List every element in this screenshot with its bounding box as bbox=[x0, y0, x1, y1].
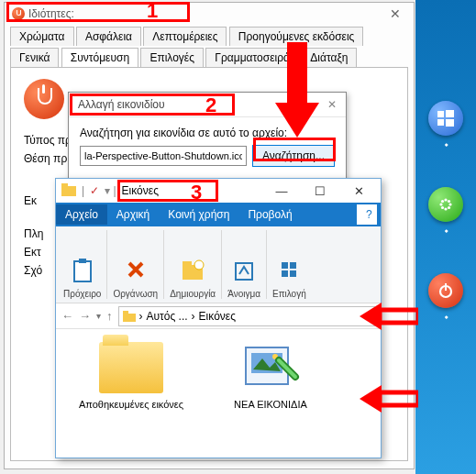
tab-details[interactable]: Λεπτομέρειες bbox=[143, 27, 227, 46]
explorer-window: | ✓ ▾ | Εικόνες — ☐ ✕ Αρχείο Αρχική Κοιν… bbox=[55, 178, 382, 458]
tab-options[interactable]: Επιλογές bbox=[140, 48, 204, 67]
qat-check-icon[interactable]: ✓ bbox=[90, 184, 99, 197]
svg-rect-25 bbox=[290, 270, 296, 277]
svg-point-11 bbox=[448, 206, 450, 209]
svg-rect-19 bbox=[183, 261, 192, 267]
svg-point-4 bbox=[439, 203, 442, 205]
properties-titlebar[interactable]: Ιδιότητες: ✕ bbox=[5, 3, 414, 25]
icon-file-input[interactable] bbox=[80, 146, 247, 166]
qat-separator: | bbox=[82, 184, 84, 197]
desktop-label: ⬥ bbox=[415, 226, 476, 235]
close-button[interactable]: ✕ bbox=[384, 6, 406, 21]
svg-rect-3 bbox=[446, 119, 454, 127]
close-button[interactable]: ✕ bbox=[342, 184, 375, 198]
menu-home[interactable]: Αρχική bbox=[107, 204, 159, 225]
tab-colors[interactable]: Χρώματα bbox=[10, 27, 74, 46]
ribbon-new[interactable]: Δημιουργία bbox=[164, 230, 222, 299]
explorer-address-bar: ← → ▾ ↑ ›Αυτός ...›Εικόνες bbox=[56, 303, 381, 329]
svg-rect-27 bbox=[123, 311, 128, 314]
explorer-menubar: Αρχείο Αρχική Κοινή χρήση Προβολή ? bbox=[56, 203, 381, 226]
ribbon-open[interactable]: Άνοιγμα bbox=[222, 230, 267, 299]
svg-rect-26 bbox=[123, 314, 136, 322]
properties-title: Ιδιότητες: bbox=[28, 7, 74, 20]
explorer-content: Αποθηκευμένες εικόνες ΝΕΑ ΕΙΚΟΝΙΔΙΑ bbox=[56, 329, 381, 452]
menu-help[interactable]: ? bbox=[357, 204, 377, 225]
svg-rect-2 bbox=[437, 119, 444, 126]
nav-up[interactable]: ↑ bbox=[106, 309, 113, 323]
menu-view[interactable]: Προβολή bbox=[238, 204, 301, 225]
desktop-label: ⬥ bbox=[415, 312, 476, 321]
svg-rect-0 bbox=[437, 111, 444, 117]
item-label: ΝΕΑ ΕΙΚΟΝΙΔΙΑ bbox=[216, 399, 326, 410]
explorer-ribbon: Πρόχειρο Οργάνωση Δημιουργία Άνοιγμα Επι… bbox=[56, 226, 381, 303]
svg-point-10 bbox=[441, 206, 444, 209]
tab-row-2: Γενικά Συντόμευση Επιλογές Γραμματοσειρά… bbox=[5, 46, 414, 67]
svg-rect-23 bbox=[290, 262, 296, 269]
minimize-button[interactable]: — bbox=[265, 184, 298, 198]
picture-icon bbox=[238, 342, 303, 393]
desktop-background: ⬥ ⬥ ⬥ bbox=[415, 0, 476, 474]
maximize-button[interactable]: ☐ bbox=[304, 184, 337, 198]
svg-point-9 bbox=[448, 200, 450, 203]
svg-point-8 bbox=[441, 200, 444, 203]
close-icon[interactable]: ✕ bbox=[327, 98, 337, 111]
desktop-shortcut-restart[interactable] bbox=[428, 187, 463, 222]
folder-small-icon bbox=[61, 183, 76, 199]
svg-rect-13 bbox=[445, 283, 447, 291]
menu-file[interactable]: Αρχείο bbox=[56, 204, 107, 225]
ribbon-select[interactable]: Επιλογή bbox=[267, 230, 312, 299]
browse-button[interactable]: Αναζήτηση... bbox=[252, 145, 335, 167]
change-icon-titlebar[interactable]: Αλλαγή εικονιδίου ✕ bbox=[69, 93, 346, 117]
svg-rect-1 bbox=[446, 110, 454, 117]
tab-security[interactable]: Ασφάλεια bbox=[76, 27, 141, 46]
svg-rect-17 bbox=[79, 259, 86, 263]
tab-general[interactable]: Γενικά bbox=[10, 48, 59, 67]
shutdown-icon bbox=[12, 7, 25, 20]
svg-point-5 bbox=[444, 198, 447, 201]
desktop-shortcut-windows[interactable] bbox=[428, 101, 463, 136]
explorer-titlebar[interactable]: | ✓ ▾ | Εικόνες — ☐ ✕ bbox=[56, 179, 381, 203]
tab-shortcut[interactable]: Συντόμευση bbox=[61, 48, 138, 67]
item-label: Αποθηκευμένες εικόνες bbox=[76, 399, 186, 410]
svg-point-6 bbox=[448, 203, 451, 205]
ribbon-organize[interactable]: Οργάνωση bbox=[107, 230, 164, 299]
change-icon-prompt: Αναζήτηση για εικονίδια σε αυτό το αρχεί… bbox=[80, 127, 335, 139]
change-icon-title: Αλλαγή εικονιδίου bbox=[78, 98, 165, 111]
svg-point-7 bbox=[444, 207, 447, 210]
tab-previous[interactable]: Προηγούμενες εκδόσεις bbox=[229, 27, 364, 46]
folder-new-icons[interactable]: ΝΕΑ ΕΙΚΟΝΙΔΙΑ bbox=[216, 342, 326, 439]
nav-forward[interactable]: → bbox=[79, 309, 91, 323]
folder-saved-pictures[interactable]: Αποθηκευμένες εικόνες bbox=[76, 342, 186, 439]
ribbon-clipboard[interactable]: Πρόχειρο bbox=[58, 230, 107, 299]
folder-icon bbox=[99, 342, 163, 393]
svg-point-20 bbox=[194, 260, 204, 270]
shortcut-icon bbox=[24, 79, 64, 119]
explorer-title: Εικόνες bbox=[122, 184, 159, 197]
svg-rect-22 bbox=[282, 262, 288, 269]
tab-row-1: Χρώματα Ασφάλεια Λεπτομέρειες Προηγούμεν… bbox=[5, 25, 414, 46]
tab-layout[interactable]: Διάταξη bbox=[301, 48, 357, 67]
svg-rect-24 bbox=[282, 270, 288, 277]
tab-font[interactable]: Γραμματοσειρά bbox=[205, 48, 299, 67]
address-path[interactable]: ›Αυτός ...›Εικόνες bbox=[118, 306, 376, 326]
desktop-shortcut-shutdown[interactable] bbox=[428, 273, 463, 308]
desktop-label: ⬥ bbox=[415, 139, 476, 149]
svg-rect-16 bbox=[74, 261, 91, 281]
svg-rect-15 bbox=[61, 183, 68, 188]
nav-back[interactable]: ← bbox=[61, 309, 73, 323]
menu-share[interactable]: Κοινή χρήση bbox=[159, 204, 238, 225]
